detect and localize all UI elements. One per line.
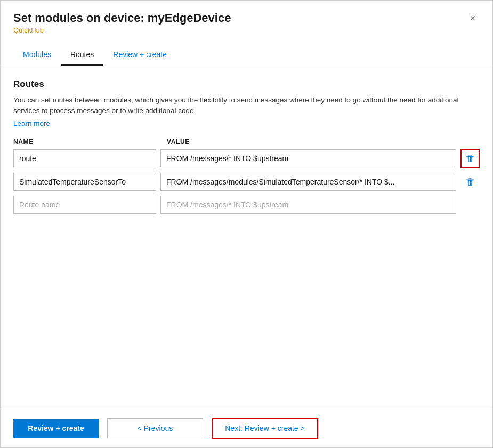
tab-modules[interactable]: Modules	[13, 45, 61, 66]
route-name-input-3[interactable]	[13, 196, 156, 214]
value-column-header: VALUE	[163, 138, 480, 146]
routes-table: NAME VALUE	[13, 138, 480, 214]
close-button[interactable]: ×	[465, 11, 480, 25]
delete-route-button-2[interactable]	[460, 172, 480, 191]
dialog-footer: Review + create < Previous Next: Review …	[1, 409, 492, 447]
trash-icon	[465, 154, 475, 163]
route-value-input-2[interactable]	[160, 173, 456, 191]
next-review-create-button[interactable]: Next: Review + create >	[212, 418, 318, 439]
name-column-header: NAME	[13, 138, 163, 146]
delete-route-button-1[interactable]	[460, 149, 480, 168]
route-value-input-3[interactable]	[160, 196, 456, 214]
dialog-body: Routes You can set routes between module…	[1, 66, 492, 409]
tab-routes[interactable]: Routes	[61, 45, 103, 66]
learn-more-link[interactable]: Learn more	[13, 119, 50, 127]
table-row	[13, 149, 480, 168]
routes-section-title: Routes	[13, 79, 480, 90]
route-name-input-2[interactable]	[13, 173, 156, 191]
title-block: Set modules on device: myEdgeDevice Quic…	[13, 11, 231, 41]
previous-button[interactable]: < Previous	[107, 418, 203, 438]
review-create-button[interactable]: Review + create	[13, 419, 99, 438]
route-value-input-1[interactable]	[160, 149, 456, 167]
tabs-bar: Modules Routes Review + create	[13, 45, 480, 66]
dialog-subtitle: QuickHub	[13, 26, 231, 34]
tab-review-create[interactable]: Review + create	[103, 45, 176, 66]
routes-description: You can set routes between modules, whic…	[13, 95, 480, 117]
table-header: NAME VALUE	[13, 138, 480, 146]
dialog-header: Set modules on device: myEdgeDevice Quic…	[1, 1, 492, 66]
dialog-title: Set modules on device: myEdgeDevice	[13, 11, 231, 25]
title-row: Set modules on device: myEdgeDevice Quic…	[13, 11, 480, 41]
table-row	[13, 196, 480, 214]
table-row	[13, 172, 480, 191]
set-modules-dialog: Set modules on device: myEdgeDevice Quic…	[0, 0, 493, 448]
trash-icon	[465, 177, 475, 187]
route-name-input-1[interactable]	[13, 149, 156, 167]
